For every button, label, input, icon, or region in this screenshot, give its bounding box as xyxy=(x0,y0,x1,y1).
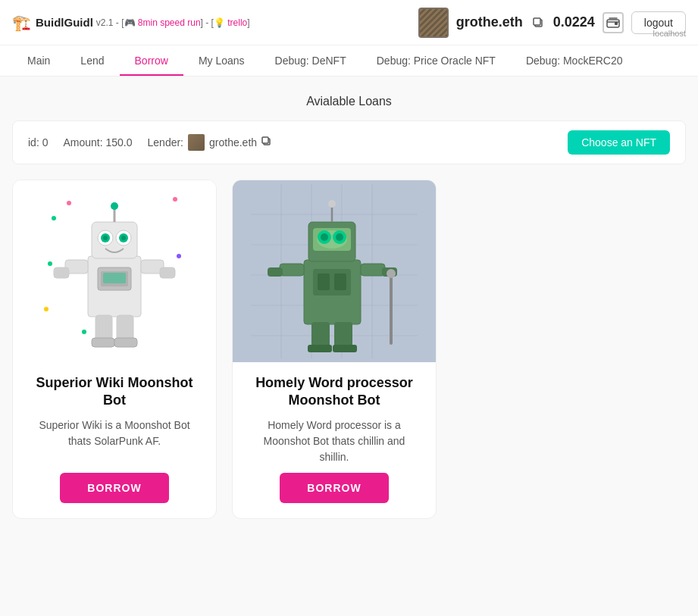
nav-debug-price-oracle[interactable]: Debug: Price Oracle NFT xyxy=(362,45,511,76)
svg-point-54 xyxy=(321,233,328,241)
section-title: Avialable Loans xyxy=(12,95,686,108)
svg-point-57 xyxy=(328,200,336,208)
nft-card-1-image xyxy=(13,180,216,362)
nft-card-2: Homely Word processor Moonshot Bot Homel… xyxy=(232,180,437,519)
svg-point-20 xyxy=(103,236,108,240)
nav-debug-denft[interactable]: Debug: DeNFT xyxy=(260,45,362,76)
svg-point-13 xyxy=(82,330,86,334)
svg-rect-48 xyxy=(334,274,346,290)
svg-rect-27 xyxy=(54,267,69,278)
loan-row: id: 0 Amount: 150.0 Lender: grothe.eth C… xyxy=(12,120,686,164)
version-info: v2.1 - [🎮 8min speed run] - [💡 trello] xyxy=(96,17,250,28)
svg-rect-58 xyxy=(280,264,304,276)
svg-rect-66 xyxy=(308,345,332,352)
svg-point-23 xyxy=(121,236,126,240)
cards-container: Superior Wiki Moonshot Bot Superior Wiki… xyxy=(12,180,686,519)
lender-copy-icon[interactable] xyxy=(261,136,272,149)
choose-nft-button[interactable]: Choose an NFT xyxy=(568,130,670,155)
app-name: BuidlGuidl xyxy=(36,16,93,29)
svg-rect-47 xyxy=(318,274,330,290)
nft-card-2-body: Homely Word processor Moonshot Bot Homel… xyxy=(233,362,436,518)
svg-rect-32 xyxy=(92,338,114,347)
borrow-button-2[interactable]: BORROW xyxy=(280,473,388,503)
logo-icon: 🏗️ xyxy=(12,14,31,32)
nav-lend[interactable]: Lend xyxy=(65,45,119,76)
wallet-avatar xyxy=(418,8,449,38)
svg-rect-33 xyxy=(114,338,137,347)
wallet-icon xyxy=(603,12,624,33)
svg-point-6 xyxy=(52,216,56,220)
nft-card-1-desc: Superior Wiki is a Moonshot Bot thats So… xyxy=(28,417,201,449)
svg-point-10 xyxy=(173,197,177,202)
svg-rect-60 xyxy=(361,264,385,276)
robot-1-svg xyxy=(39,188,190,355)
nft-card-1: Superior Wiki Moonshot Bot Superior Wiki… xyxy=(12,180,217,519)
robot-2-svg xyxy=(251,184,418,358)
localhost-label: localhost xyxy=(653,29,686,38)
nft-card-1-title: Superior Wiki Moonshot Bot xyxy=(28,374,201,410)
svg-point-9 xyxy=(48,261,52,266)
wallet-balance: 0.0224 xyxy=(553,14,595,30)
app-logo: 🏗️ BuidlGuidl xyxy=(12,14,93,32)
loan-amount: Amount: 150.0 xyxy=(63,136,132,149)
nft-card-2-image xyxy=(233,180,436,362)
nav-borrow[interactable]: Borrow xyxy=(120,45,183,76)
nft-card-1-body: Superior Wiki Moonshot Bot Superior Wiki… xyxy=(13,362,216,518)
svg-rect-1 xyxy=(534,18,540,25)
trello-link[interactable]: 💡 trello xyxy=(214,17,247,28)
svg-rect-5 xyxy=(262,137,268,143)
copy-address-icon[interactable] xyxy=(531,15,546,30)
topbar: 🏗️ BuidlGuidl v2.1 - [🎮 8min speed run] … xyxy=(0,0,698,45)
nav-debug-mockerc20[interactable]: Debug: MockERC20 xyxy=(511,45,638,76)
svg-rect-67 xyxy=(333,345,357,352)
svg-point-25 xyxy=(111,202,118,210)
nft-card-2-desc: Homely Word processor is a Moonshot Bot … xyxy=(248,417,421,465)
nav-my-loans[interactable]: My Loans xyxy=(183,45,260,76)
svg-point-11 xyxy=(177,254,181,258)
svg-point-12 xyxy=(44,307,49,311)
wallet-info: grothe.eth 0.0224 logout xyxy=(418,8,686,38)
loan-lender: Lender: grothe.eth xyxy=(148,134,273,151)
nft-card-2-title: Homely Word processor Moonshot Bot xyxy=(248,374,421,410)
svg-rect-29 xyxy=(160,267,175,278)
borrow-button-1[interactable]: BORROW xyxy=(60,473,168,503)
nav-main[interactable]: Main xyxy=(12,45,65,76)
svg-point-55 xyxy=(336,233,343,241)
wallet-address: grothe.eth xyxy=(456,14,523,30)
svg-rect-59 xyxy=(268,267,283,277)
svg-rect-34 xyxy=(103,273,126,283)
main-content: Avialable Loans id: 0 Amount: 150.0 Lend… xyxy=(0,77,698,537)
svg-point-7 xyxy=(67,201,71,205)
navigation: Main Lend Borrow My Loans Debug: DeNFT D… xyxy=(0,45,698,77)
lender-name: grothe.eth xyxy=(209,136,257,149)
loan-id: id: 0 xyxy=(28,136,48,149)
lender-label: Lender: xyxy=(148,136,183,149)
svg-point-63 xyxy=(387,269,396,278)
lender-avatar xyxy=(188,134,205,151)
speed-run-link[interactable]: 🎮 8min speed run xyxy=(124,17,201,28)
